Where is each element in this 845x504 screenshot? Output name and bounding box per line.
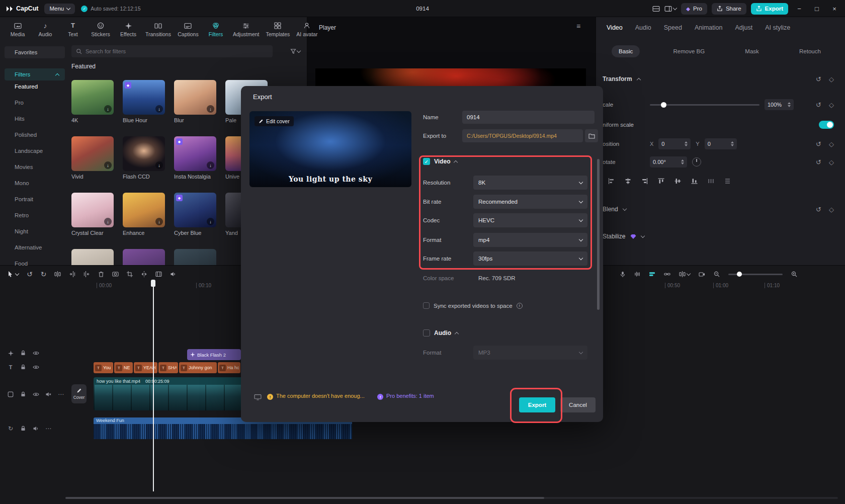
pro-button[interactable]: ◆ Pro — [681, 3, 707, 15]
timeline-zoom-slider[interactable] — [728, 274, 783, 275]
search-input[interactable] — [86, 48, 268, 54]
lock-icon[interactable] — [20, 350, 27, 356]
filter-card[interactable]: ↓Vivid — [71, 136, 114, 180]
eye-icon[interactable] — [32, 350, 39, 356]
maximize-button[interactable]: □ — [810, 3, 823, 15]
audio-format-dropdown[interactable]: MP3 — [473, 346, 587, 360]
split-button[interactable] — [54, 271, 61, 277]
tab-templates[interactable]: Templates — [266, 22, 290, 37]
uniform-scale-toggle[interactable] — [819, 121, 834, 129]
filter-card[interactable]: ↓Flash CCD — [123, 136, 165, 180]
stepper-arrows[interactable] — [731, 141, 734, 146]
lock-icon[interactable] — [20, 364, 27, 370]
download-icon[interactable]: ↓ — [155, 218, 163, 225]
download-icon[interactable]: ↓ — [155, 105, 163, 113]
align-center-v-icon[interactable] — [672, 176, 683, 186]
effect-clip[interactable]: Black Flash 2 — [187, 349, 241, 360]
tab-animation[interactable]: Animation — [695, 24, 723, 31]
subtab-mask[interactable]: Mask — [738, 45, 766, 57]
subtab-retouch[interactable]: Retouch — [792, 45, 828, 57]
subtab-basic[interactable]: Basic — [612, 45, 640, 57]
chevron-up-icon[interactable] — [455, 331, 459, 335]
extract-audio-button[interactable] — [170, 271, 176, 277]
playhead-line[interactable] — [153, 280, 154, 491]
more-icon[interactable]: ⋯ — [57, 391, 64, 398]
cancel-button[interactable]: Cancel — [560, 397, 596, 412]
subtab-remove-bg[interactable]: Remove BG — [666, 45, 712, 57]
align-left-icon[interactable] — [606, 176, 616, 186]
close-button[interactable]: × — [828, 3, 841, 15]
chevron-down-icon[interactable] — [641, 233, 645, 237]
category-landscape[interactable]: Landscape — [5, 143, 65, 159]
rotate-stepper[interactable]: 0.00° — [650, 156, 687, 167]
reset-icon[interactable]: ↺ — [816, 140, 821, 148]
filter-card[interactable] — [123, 249, 165, 265]
download-icon[interactable]: ↓ — [207, 218, 214, 225]
tab-audio-props[interactable]: Audio — [635, 24, 651, 31]
category-retro[interactable]: Retro — [5, 207, 65, 223]
track-view-button[interactable] — [649, 271, 655, 277]
chevron-up-icon[interactable] — [636, 77, 640, 81]
align-top-icon[interactable] — [656, 176, 666, 186]
keyframe-icon[interactable]: ◇ — [829, 206, 834, 213]
tab-stickers[interactable]: Stickers — [90, 22, 111, 37]
voiceover-mic-button[interactable] — [620, 271, 626, 278]
zoom-in-icon[interactable] — [791, 271, 797, 277]
stepper-arrows[interactable] — [788, 102, 791, 107]
player-menu-icon[interactable]: ≡ — [576, 22, 580, 30]
keyframe-icon[interactable]: ◇ — [829, 101, 834, 109]
distribute-v-icon[interactable] — [722, 176, 732, 186]
reset-icon[interactable]: ↺ — [816, 101, 821, 109]
tab-ai-stylize[interactable]: AI stylize — [765, 24, 790, 31]
panel-layout-icon[interactable] — [664, 6, 677, 12]
position-x-stepper[interactable]: 0 — [658, 138, 691, 149]
download-icon[interactable]: ↓ — [207, 105, 214, 113]
align-center-h-icon[interactable] — [623, 176, 633, 186]
category-pro[interactable]: Pro — [5, 95, 65, 111]
select-tool-button[interactable] — [7, 271, 19, 278]
stepper-arrows[interactable] — [685, 141, 688, 146]
text-clip[interactable]: TYEAH — [134, 362, 157, 373]
category-night[interactable]: Night — [5, 223, 65, 239]
name-input[interactable] — [462, 111, 595, 124]
crop-button[interactable] — [127, 271, 133, 277]
slider-knob[interactable] — [737, 272, 742, 277]
download-icon[interactable]: ↓ — [104, 105, 112, 113]
scale-value-stepper[interactable]: 100% — [765, 99, 794, 110]
info-icon[interactable]: i — [517, 303, 523, 309]
text-clip[interactable]: TJohnny gon — [179, 362, 217, 373]
browse-folder-button[interactable] — [585, 129, 598, 142]
lock-icon[interactable] — [20, 426, 27, 432]
align-right-icon[interactable] — [639, 176, 649, 186]
align-bottom-icon[interactable] — [689, 176, 699, 186]
more-icon[interactable]: ⋯ — [45, 425, 52, 432]
text-clip[interactable]: TYou — [94, 362, 113, 373]
download-icon[interactable]: ↓ — [104, 161, 112, 169]
sync-checkbox[interactable] — [423, 302, 430, 309]
export-path-field[interactable]: C:/Users/TOPGUS/Desktop/0914.mp4 — [462, 129, 583, 142]
delete-button[interactable] — [98, 271, 104, 278]
tab-adjust[interactable]: Adjust — [735, 24, 752, 31]
download-icon[interactable]: ↓ — [207, 161, 214, 169]
tab-effects[interactable]: Effects — [118, 23, 139, 37]
scrollbar-thumb[interactable] — [65, 497, 544, 499]
keyframe-icon[interactable]: ◇ — [829, 158, 834, 166]
category-polished[interactable]: Polished — [5, 127, 65, 143]
audio-levels-button[interactable] — [634, 271, 640, 277]
mask-button[interactable] — [112, 271, 119, 277]
link-button[interactable] — [664, 271, 670, 277]
filter-card[interactable]: ↓Enhance — [123, 193, 165, 236]
tab-adjustment[interactable]: Adjustment — [233, 23, 260, 37]
pro-benefits-text[interactable]: Pro benefits: 1 item — [386, 393, 434, 399]
lock-icon[interactable] — [20, 391, 27, 397]
text-clip[interactable]: TNE — [114, 362, 133, 373]
tab-audio[interactable]: ♪Audio — [35, 22, 56, 37]
keyframe-icon[interactable]: ◇ — [829, 75, 834, 83]
tab-filters[interactable]: Filters — [205, 22, 226, 37]
auto-cut-button[interactable] — [679, 271, 690, 277]
category-mono[interactable]: Mono — [5, 175, 65, 191]
share-button[interactable]: Share — [712, 3, 746, 15]
freeze-frame-button[interactable] — [155, 271, 162, 277]
position-y-stepper[interactable]: 0 — [705, 138, 737, 149]
eye-icon[interactable] — [32, 391, 39, 397]
